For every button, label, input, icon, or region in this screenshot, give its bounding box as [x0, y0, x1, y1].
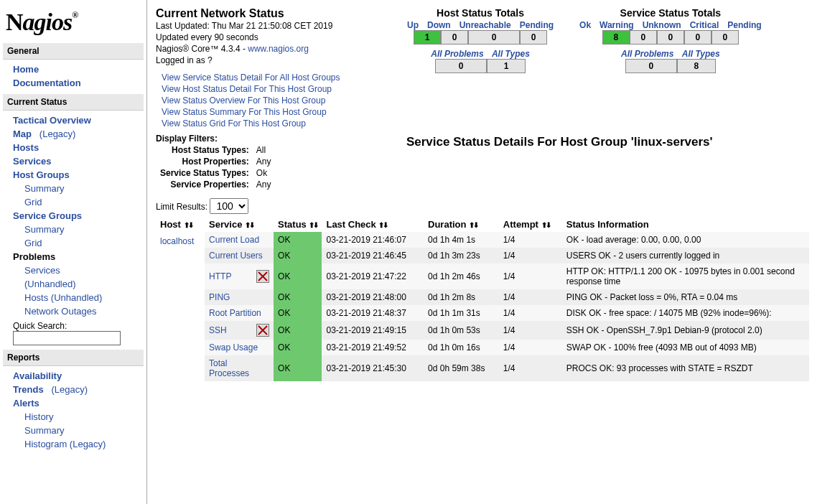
hdr-pending[interactable]: Pending [516, 20, 558, 30]
limit-select[interactable]: 100 [210, 198, 248, 214]
hdr-warning[interactable]: Warning [595, 20, 638, 30]
host-up-count[interactable]: 1 [414, 30, 441, 45]
svc-all-problems[interactable]: All Problems [618, 49, 676, 59]
lastcheck-cell: 03-21-2019 21:48:37 [322, 305, 424, 321]
quick-search-input[interactable] [13, 331, 121, 345]
display-filters: Display Filters: Host Status Types:All H… [156, 134, 293, 191]
service-link[interactable]: Total Processes [209, 358, 269, 378]
lastcheck-cell: 03-21-2019 21:46:45 [322, 248, 424, 263]
svc-types-count[interactable]: 8 [677, 59, 716, 73]
attempt-cell: 1/4 [499, 321, 562, 340]
lastcheck-cell: 03-21-2019 21:49:15 [322, 321, 424, 340]
nav-network-outages[interactable]: Network Outages [13, 304, 144, 318]
link-status-summary[interactable]: View Status Summary For This Host Group [162, 106, 386, 118]
host-down-count[interactable]: 0 [441, 30, 468, 45]
hdr-ok[interactable]: Ok [575, 20, 595, 30]
service-link[interactable]: HTTP [209, 271, 231, 281]
duration-cell: 0d 1h 4m 1s [424, 232, 499, 248]
col-status[interactable]: Status ⬆⬇ [274, 217, 322, 232]
nav-hostgroups-grid[interactable]: Grid [13, 195, 144, 209]
svc-unk-count[interactable]: 0 [657, 30, 684, 45]
nav-problems-hosts[interactable]: Hosts (Unhandled) [13, 291, 144, 304]
service-cell: Root Partition [205, 305, 274, 321]
host-link[interactable]: localhost [160, 236, 194, 246]
nav-alerts-history[interactable]: History [13, 410, 144, 424]
nav-servicegroups-grid[interactable]: Grid [13, 236, 144, 250]
status-cell: OK [274, 263, 322, 289]
duration-cell: 0d 1h 0m 53s [424, 321, 499, 340]
link-status-overview[interactable]: View Status Overview For This Host Group [162, 95, 386, 106]
svc-all-types[interactable]: All Types [679, 49, 723, 59]
status-cell: OK [274, 340, 322, 355]
nav-availability[interactable]: Availability [13, 369, 144, 383]
link-status-grid[interactable]: View Status Grid For This Host Group [162, 118, 386, 129]
nav-services[interactable]: Services [13, 154, 144, 168]
nav-documentation[interactable]: Documentation [13, 76, 144, 90]
nav-alerts-histogram[interactable]: Histogram (Legacy) [13, 437, 144, 451]
lastcheck-cell: 03-21-2019 21:49:52 [322, 340, 424, 355]
notifications-disabled-icon[interactable] [256, 324, 269, 337]
service-link[interactable]: PING [209, 292, 230, 302]
svc-warn-count[interactable]: 0 [630, 30, 657, 45]
hdr-critical[interactable]: Critical [686, 20, 724, 30]
link-host-status[interactable]: View Host Status Detail For This Host Gr… [162, 83, 386, 95]
service-link[interactable]: Swap Usage [209, 342, 258, 353]
col-host[interactable]: Host ⬆⬇ [156, 217, 205, 232]
service-link[interactable]: Current Load [209, 235, 259, 245]
svc-crit-count[interactable]: 0 [684, 30, 712, 45]
section-current-status: Current Status [3, 94, 144, 111]
nagios-org-link[interactable]: www.nagios.org [248, 44, 309, 54]
duration-cell: 0d 1h 0m 16s [424, 340, 499, 355]
hdr-unknown[interactable]: Unknown [638, 20, 686, 30]
col-lastcheck[interactable]: Last Check ⬆⬇ [322, 217, 424, 232]
last-updated: Last Updated: Thu Mar 21 21:50:08 CET 20… [156, 20, 386, 32]
hdr-up[interactable]: Up [403, 20, 423, 30]
nav-servicegroups[interactable]: Service Groups [13, 209, 144, 223]
nav-map[interactable]: Map (Legacy) [13, 127, 144, 141]
nav-trends[interactable]: Trends (Legacy) [13, 383, 144, 396]
duration-cell: 0d 1h 2m 46s [424, 263, 499, 289]
col-attempt[interactable]: Attempt ⬆⬇ [499, 217, 562, 232]
nav-home[interactable]: Home [13, 62, 144, 76]
lastcheck-cell: 03-21-2019 21:46:07 [322, 232, 424, 248]
nav-problems-services-unhandled[interactable]: (Unhandled) [13, 277, 144, 291]
hdr-unreach[interactable]: Unreachable [455, 20, 516, 30]
nav-problems-services[interactable]: Services [13, 263, 144, 277]
svc-pend-count[interactable]: 0 [712, 30, 739, 45]
nav-hostgroups-summary[interactable]: Summary [13, 182, 144, 195]
host-types-count[interactable]: 1 [487, 59, 526, 73]
status-cell: OK [274, 289, 322, 305]
service-link[interactable]: Root Partition [209, 308, 261, 318]
nav-tactical[interactable]: Tactical Overview [13, 113, 144, 127]
attempt-cell: 1/4 [499, 355, 562, 381]
col-duration[interactable]: Duration ⬆⬇ [424, 217, 499, 232]
host-pending-count[interactable]: 0 [520, 30, 547, 45]
host-unreach-count[interactable]: 0 [468, 30, 520, 45]
svc-problems-count[interactable]: 0 [625, 59, 677, 73]
nav-servicegroups-summary[interactable]: Summary [13, 223, 144, 236]
service-link[interactable]: Current Users [209, 251, 263, 261]
nav-hostgroups[interactable]: Host Groups [13, 168, 144, 182]
status-title: Current Network Status [156, 7, 386, 20]
table-row: HTTPOK03-21-2019 21:47:220d 1h 2m 46s1/4… [156, 263, 809, 289]
nav-hosts[interactable]: Hosts [13, 141, 144, 154]
service-link[interactable]: SSH [209, 325, 227, 335]
col-service[interactable]: Service ⬆⬇ [205, 217, 274, 232]
host-problems-count[interactable]: 0 [435, 59, 487, 73]
host-all-types[interactable]: All Types [489, 49, 533, 59]
info-cell: PING OK - Packet loss = 0%, RTA = 0.04 m… [562, 289, 809, 305]
hdr-pending[interactable]: Pending [723, 20, 765, 30]
host-all-problems[interactable]: All Problems [428, 49, 486, 59]
nav-problems[interactable]: Problems [13, 250, 144, 263]
info-cell: SWAP OK - 100% free (4093 MB out of 4093… [562, 340, 809, 355]
table-row: Current UsersOK03-21-2019 21:46:450d 1h … [156, 248, 809, 263]
nav-alerts-summary[interactable]: Summary [13, 424, 144, 437]
lastcheck-cell: 03-21-2019 21:45:30 [322, 355, 424, 381]
hdr-down[interactable]: Down [423, 20, 455, 30]
link-all-hostgroups[interactable]: View Service Status Detail For All Host … [162, 72, 386, 83]
notifications-disabled-icon[interactable] [256, 270, 269, 283]
attempt-cell: 1/4 [499, 263, 562, 289]
nav-alerts[interactable]: Alerts [13, 396, 144, 410]
service-cell: Current Load [205, 232, 274, 248]
svc-ok-count[interactable]: 8 [602, 30, 630, 45]
